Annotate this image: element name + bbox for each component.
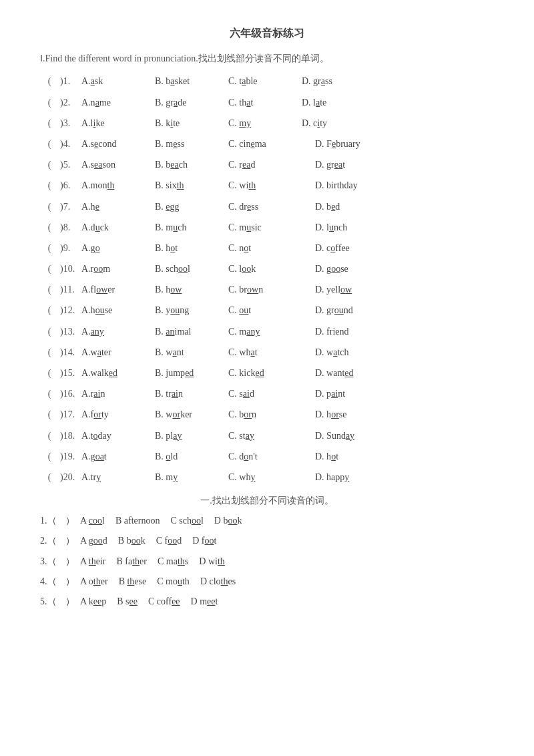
choice-18a: A.today [81,427,155,444]
sub-qnum-1: 1.（ [40,512,60,529]
choices-20: A.try B. my C. why D. happy [81,469,494,486]
choices-17: A.forty B. worker C. born D. horse [81,406,494,423]
qnum-17: )17. [60,406,81,423]
sub-choice-5a: A keep [80,593,106,610]
choice-3d: D. city [302,115,375,132]
choice-7a: A.he [81,198,155,215]
choice-16a: A.rain [81,385,155,402]
choice-13a: A.any [81,323,155,340]
sub-choice-5d: D meet [191,593,218,610]
sub-bracket-5: ） [60,593,80,610]
question-row-9: ( )9. A.go B. hot C. not D. coffee [40,240,494,256]
question-row-17: ( )17. A.forty B. worker C. born D. hors… [40,406,494,423]
choice-8c: C. music [228,219,315,236]
choices-1: A.ask B. basket C. table D. grass [81,73,494,89]
question-row-2: ( )2. A.name B. grade C. that D. late [40,94,494,111]
bracket-20: ( [40,469,59,486]
choice-20a: A.try [81,469,155,486]
choice-14a: A.water [81,344,155,361]
choice-10b: B. school [155,260,228,277]
choice-16c: C. said [228,385,315,402]
choice-17d: D. horse [315,406,388,423]
bracket-9: ( [40,240,59,256]
bracket-18: ( [40,427,59,444]
choice-7d: D. bed [315,198,388,215]
choice-18b: B. play [155,427,228,444]
sub-choice-2c: C food [156,532,182,549]
sub-question-5: 5.（ ） A keep B see C coffee D meet [40,593,494,610]
qnum-15: )15. [60,365,81,381]
bracket-3: ( [40,115,59,132]
question-row-18: ( )18. A.today B. play C. stay D. Sunday [40,427,494,444]
choice-13b: B. animal [155,323,228,340]
qnum-13: )13. [60,323,81,340]
choices-13: A.any B. animal C. many D. friend [81,323,494,340]
choice-3b: B. kite [155,115,228,132]
choices-9: A.go B. hot C. not D. coffee [81,240,494,256]
choice-10d: D. goose [315,260,388,277]
question-row-20: ( )20. A.try B. my C. why D. happy [40,469,494,486]
choice-5d: D. great [315,156,388,173]
choice-14d: D. watch [315,344,388,361]
sub-choice-2a: A good [80,532,107,549]
choices-5: A.season B. beach C. read D. great [81,156,494,173]
qnum-5: )5. [60,156,81,173]
sub-choice-4d: D clothes [200,573,236,590]
choice-7c: C. dress [228,198,315,215]
sub-choice-2d: D foot [192,532,216,549]
choices-14: A.water B. want C. what D. watch [81,344,494,361]
qnum-20: )20. [60,469,81,486]
question-row-6: ( )6. A.month B. sixth C. with D. birthd… [40,177,494,194]
qnum-3: )3. [60,115,81,132]
choice-19d: D. hot [315,448,388,465]
choices-7: A.he B. egg C. dress D. bed [81,198,494,215]
bracket-8: ( [40,219,59,236]
qnum-14: )14. [60,344,81,361]
question-row-5: ( )5. A.season B. beach C. read D. great [40,156,494,173]
choice-1c: C. table [228,73,302,89]
choice-6c: C. with [228,177,315,194]
choice-6d: D. birthday [315,177,388,194]
sub-question-1: 1.（ ） A cool B afternoon C school D book [40,512,494,529]
choice-6a: A.month [81,177,155,194]
choice-19b: B. old [155,448,228,465]
qnum-11: )11. [60,281,81,298]
choice-15a: A.walked [81,365,155,381]
question-row-11: ( )11. A.flower B. how C. brown D. yello… [40,281,494,298]
qnum-9: )9. [60,240,81,256]
sub-choices-3: A their B father C maths D with [80,553,230,570]
bracket-6: ( [40,177,59,194]
qnum-6: )6. [60,177,81,194]
sub-bracket-3: ） [60,553,80,570]
bracket-14: ( [40,344,59,361]
qnum-18: )18. [60,427,81,444]
choice-4d: D. February [315,136,388,152]
sub-choice-5b: B see [117,593,138,610]
bracket-16: ( [40,385,59,402]
choice-8a: A.duck [81,219,155,236]
choice-16b: B. train [155,385,228,402]
choice-13c: C. many [228,323,315,340]
page-title: 六年级音标练习 [40,27,494,41]
choice-2b: B. grade [155,94,228,111]
bracket-4: ( [40,136,59,152]
sub-bracket-2: ） [60,532,80,549]
sub-qnum-4: 4.（ [40,573,60,590]
sub-qnum-3: 3.（ [40,553,60,570]
choice-5a: A.season [81,156,155,173]
bracket-12: ( [40,302,59,319]
qnum-12: )12. [60,302,81,319]
choice-2a: A.name [81,94,155,111]
sub-choice-3a: A their [80,553,106,570]
bracket-11: ( [40,281,59,298]
choice-7b: B. egg [155,198,228,215]
choice-6b: B. sixth [155,177,228,194]
sub-choices-2: A good B book C food D foot [80,532,222,549]
choice-17c: C. born [228,406,315,423]
choice-19c: C. don't [228,448,315,465]
sub-choice-1d: D book [214,512,242,529]
choice-20b: B. my [155,469,228,486]
question-row-13: ( )13. A.any B. animal C. many D. friend [40,323,494,340]
choice-14c: C. what [228,344,315,361]
bracket-15: ( [40,365,59,381]
